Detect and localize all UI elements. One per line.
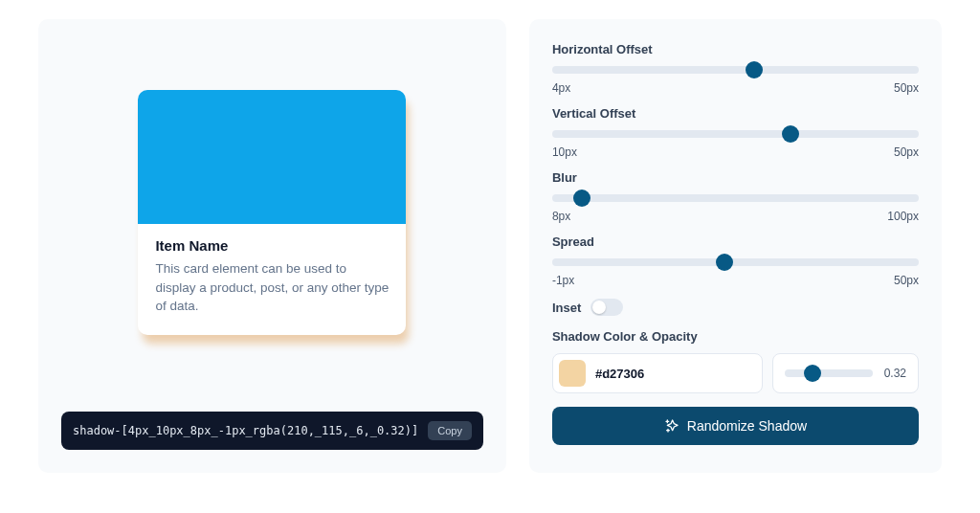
card-title: Item Name bbox=[155, 237, 389, 254]
blur-control: Blur 8px 100px bbox=[552, 170, 919, 223]
inset-toggle[interactable] bbox=[590, 299, 623, 316]
spread-label: Spread bbox=[552, 234, 919, 249]
vertical-offset-max: 50px bbox=[894, 145, 919, 159]
color-label: Shadow Color & Opacity bbox=[552, 329, 919, 344]
opacity-value: 0.32 bbox=[884, 367, 906, 380]
card-description: This card element can be used to display… bbox=[155, 259, 389, 316]
code-output-bar: shadow-[4px_10px_8px_-1px_rgba(210,_115,… bbox=[61, 412, 483, 450]
vertical-offset-thumb[interactable] bbox=[782, 125, 799, 143]
card-image-placeholder bbox=[138, 90, 406, 224]
blur-value: 8px bbox=[552, 210, 570, 223]
sparkle-icon bbox=[664, 418, 679, 434]
spread-slider[interactable] bbox=[552, 258, 919, 266]
horizontal-offset-label: Horizontal Offset bbox=[552, 42, 919, 56]
vertical-offset-label: Vertical Offset bbox=[552, 106, 919, 121]
horizontal-offset-value: 4px bbox=[552, 81, 570, 95]
inset-control: Inset bbox=[552, 299, 919, 316]
spread-max: 50px bbox=[894, 274, 919, 287]
horizontal-offset-max: 50px bbox=[894, 81, 919, 95]
spread-value: -1px bbox=[552, 274, 574, 287]
blur-slider[interactable] bbox=[552, 194, 919, 202]
inset-toggle-knob bbox=[592, 301, 606, 314]
inset-label: Inset bbox=[552, 301, 581, 315]
code-output-text: shadow-[4px_10px_8px_-1px_rgba(210,_115,… bbox=[73, 424, 418, 437]
copy-button[interactable]: Copy bbox=[428, 421, 472, 440]
horizontal-offset-thumb[interactable] bbox=[746, 61, 763, 78]
opacity-thumb[interactable] bbox=[804, 365, 821, 382]
blur-max: 100px bbox=[887, 210, 919, 223]
spread-thumb[interactable] bbox=[716, 254, 733, 271]
preview-card: Item Name This card element can be used … bbox=[138, 90, 406, 335]
color-swatch[interactable] bbox=[559, 360, 586, 387]
vertical-offset-slider[interactable] bbox=[552, 130, 919, 138]
randomize-label: Randomize Shadow bbox=[687, 418, 807, 434]
hex-input[interactable] bbox=[595, 367, 756, 381]
vertical-offset-value: 10px bbox=[552, 145, 577, 159]
randomize-shadow-button[interactable]: Randomize Shadow bbox=[552, 407, 919, 445]
opacity-slider[interactable] bbox=[785, 369, 873, 377]
vertical-offset-control: Vertical Offset 10px 50px bbox=[552, 106, 919, 159]
opacity-box: 0.32 bbox=[772, 353, 919, 393]
horizontal-offset-control: Horizontal Offset 4px 50px bbox=[552, 42, 919, 95]
spread-control: Spread -1px 50px bbox=[552, 234, 919, 287]
color-picker-box[interactable] bbox=[552, 353, 763, 393]
color-opacity-row: 0.32 bbox=[552, 353, 919, 393]
preview-panel: Item Name This card element can be used … bbox=[38, 19, 506, 473]
blur-thumb[interactable] bbox=[573, 190, 590, 207]
controls-panel: Horizontal Offset 4px 50px Vertical Offs… bbox=[529, 19, 942, 473]
card-body: Item Name This card element can be used … bbox=[138, 224, 406, 335]
blur-label: Blur bbox=[552, 170, 919, 185]
horizontal-offset-slider[interactable] bbox=[552, 66, 919, 74]
